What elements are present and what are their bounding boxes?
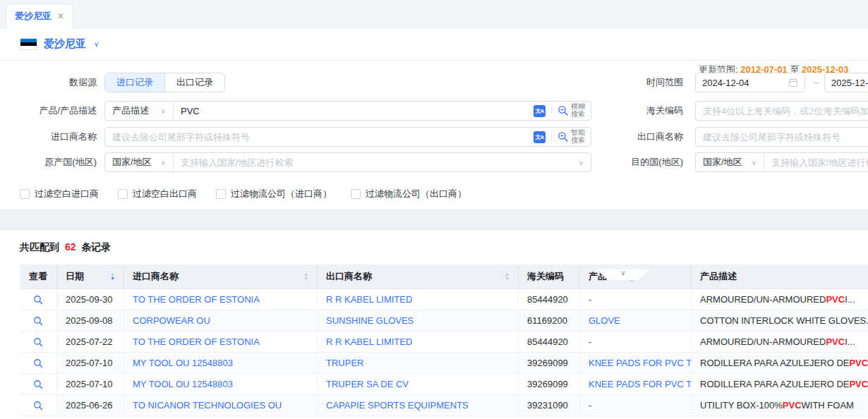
chevron-down-icon: ∨ — [161, 159, 166, 166]
sort-icon[interactable]: ▲▼ — [499, 272, 510, 281]
cell-hs-code: 39269099 — [519, 374, 580, 394]
cell-importer-link[interactable]: TO THE ORDER OF ESTONIA — [133, 336, 260, 347]
origin-input[interactable] — [174, 153, 579, 171]
cell-importer-link[interactable]: CORPOWEAR OU — [133, 315, 210, 326]
product-field: 产品描述∨ 文A 模糊搜索 — [104, 101, 591, 121]
summary-suffix: 条记录 — [81, 241, 111, 253]
cell-description: RODILLERA PARA AZULEJERO DE PVC — [692, 374, 868, 394]
cell-exporter-link[interactable]: TRUPER SA DE CV — [326, 379, 409, 389]
smart-search-icon[interactable] — [557, 131, 569, 142]
view-record-icon[interactable] — [33, 316, 43, 326]
cell-product-link[interactable]: GLOVE — [589, 315, 620, 326]
tab-export-records[interactable]: 出口记录 — [164, 73, 224, 92]
col-header-importer[interactable]: 进口商名称 ▲▼ — [124, 265, 318, 289]
tab-import-records[interactable]: 进口记录 — [105, 73, 164, 92]
cell-date: 2025-06-26 — [57, 395, 124, 415]
tab-estonia[interactable]: 爱沙尼亚 ✕ — [6, 4, 73, 28]
view-button[interactable] — [20, 395, 57, 415]
tab-bar: 爱沙尼亚 ✕ — [0, 0, 868, 28]
cell-description: COTTON INTERLOCK WHITE GLOVES... — [692, 310, 868, 331]
results-count: 62 — [65, 241, 76, 253]
importer-input[interactable] — [105, 128, 534, 146]
view-record-icon[interactable] — [33, 358, 43, 368]
fuzzy-search-label[interactable]: 模糊搜索 — [571, 103, 585, 119]
cell-hs-code: 39231090 — [519, 395, 580, 415]
chevron-down-icon: ∨ — [161, 107, 166, 115]
view-button[interactable] — [20, 374, 57, 394]
chevron-down-icon: ∨ — [752, 159, 757, 166]
view-record-icon[interactable] — [33, 337, 43, 347]
filter-checkbox[interactable]: 过滤物流公司（进口商） — [216, 188, 332, 200]
exporter-input[interactable] — [696, 128, 868, 146]
date-start-input[interactable]: 2024-12-04 — [695, 73, 805, 92]
product-input[interactable] — [174, 102, 534, 120]
view-record-icon[interactable] — [33, 401, 43, 411]
cell-product-empty: - — [589, 400, 591, 411]
cell-importer-link[interactable]: TO THE ORDER OF ESTONIA — [133, 294, 260, 305]
table-header-row: 查看 日期 ▲▼ 进口商名称 ▲▼ 出口商名称 ▲▼ 海关编码 产品 AI i … — [20, 265, 868, 289]
translate-icon[interactable]: 文A — [534, 105, 545, 117]
filter-checkbox[interactable]: 过滤空白出口商 — [118, 188, 197, 200]
destination-type-select[interactable]: 国家/地区∨ — [696, 153, 764, 171]
date-separator: – — [809, 73, 824, 92]
checkbox-icon[interactable] — [216, 189, 226, 199]
checkbox-icon[interactable] — [118, 189, 128, 199]
view-button[interactable] — [20, 353, 57, 373]
checkbox-icon[interactable] — [20, 189, 30, 199]
filter-checkbox[interactable]: 过滤空白进口商 — [20, 188, 99, 200]
cell-exporter-link[interactable]: TRUPER — [326, 358, 363, 368]
date-end-value: 2025-12-03 — [831, 78, 868, 88]
cell-exporter-link[interactable]: R R KABEL LIMITED — [326, 336, 412, 347]
cell-importer-link[interactable]: TO NICANOR TECHNOLOGIES OU — [133, 400, 282, 411]
product-type-select[interactable]: 产品描述∨ — [105, 102, 174, 120]
table-row: 2025-07-10MY TOOL OU 12548803TRUPER SA D… — [20, 374, 868, 395]
col-header-date[interactable]: 日期 ▲▼ — [57, 265, 124, 289]
cell-exporter-link[interactable]: SUNSHINE GLOVES — [326, 315, 414, 326]
cell-exporter-link[interactable]: CAPAPIE SPORTS EQUIPMENTS — [326, 400, 469, 411]
fuzzy-search-icon[interactable] — [557, 105, 569, 116]
origin-type-value: 国家/地区 — [112, 156, 152, 169]
filter-checkbox[interactable]: 过滤物流公司（出口商） — [351, 188, 466, 200]
table-row: 2025-09-30TO THE ORDER OF ESTONIAR R KAB… — [20, 289, 868, 310]
checkbox-label: 过滤物流公司（进口商） — [231, 188, 332, 200]
cell-product-link[interactable]: KNEE PADS FOR PVC T... — [589, 358, 692, 368]
origin-type-select[interactable]: 国家/地区∨ — [105, 153, 174, 171]
chevron-down-icon[interactable]: ∨ — [579, 159, 591, 166]
col-header-view: 查看 — [20, 265, 57, 289]
checkbox-label: 过滤空白出口商 — [133, 188, 197, 200]
filter-panel: 更新范围: 2012-07-01 至 2025-12-03 数据源 进口记录 出… — [0, 61, 868, 209]
cell-hs-code: 85444920 — [519, 332, 580, 352]
destination-input[interactable] — [764, 153, 868, 171]
chevron-down-icon[interactable]: ∨ — [94, 40, 99, 48]
cell-importer-link[interactable]: MY TOOL OU 12548803 — [133, 379, 233, 389]
table-row: 2025-07-10MY TOOL OU 12548803TRUPER39269… — [20, 353, 868, 374]
view-button[interactable] — [20, 310, 57, 331]
checkbox-icon[interactable] — [351, 189, 361, 199]
destination-field: 国家/地区∨ — [695, 152, 868, 172]
cell-product-link[interactable]: KNEE PADS FOR PVC T... — [589, 379, 692, 389]
view-record-icon[interactable] — [33, 379, 43, 389]
close-icon[interactable]: ✕ — [57, 12, 64, 20]
cell-importer-link[interactable]: MY TOOL OU 12548803 — [133, 358, 233, 368]
cell-description: RODILLERA PARA AZULEJERO DE PVC — [692, 353, 868, 373]
cell-product-empty: - — [589, 336, 591, 347]
records-table: 查看 日期 ▲▼ 进口商名称 ▲▼ 出口商名称 ▲▼ 海关编码 产品 AI i … — [20, 265, 868, 416]
sort-icon[interactable]: ▲▼ — [298, 272, 308, 281]
smart-search-label[interactable]: 智能搜索 — [571, 129, 585, 145]
table-row: 2025-07-22TO THE ORDER OF ESTONIAR R KAB… — [20, 332, 868, 353]
translate-icon[interactable]: 文A — [534, 131, 545, 143]
view-button[interactable] — [20, 289, 57, 310]
data-source-toggle: 进口记录 出口记录 — [104, 73, 225, 92]
view-button[interactable] — [20, 332, 57, 352]
country-title[interactable]: 爱沙尼亚 — [44, 37, 86, 51]
col-header-exporter[interactable]: 出口商名称 ▲▼ — [318, 265, 519, 289]
sort-icon[interactable]: ▲▼ — [104, 272, 115, 281]
date-end-input[interactable]: 2025-12-03 — [824, 73, 868, 92]
view-record-icon[interactable] — [33, 295, 43, 305]
divider — [551, 132, 552, 142]
results-summary: 共匹配到 62 条记录 — [20, 241, 868, 254]
product-type-value: 产品描述 — [112, 104, 149, 117]
results-panel: 共匹配到 62 条记录 查看 日期 ▲▼ 进口商名称 ▲▼ 出口商名称 ▲▼ 海… — [0, 230, 868, 419]
cell-exporter-link[interactable]: R R KABEL LIMITED — [326, 294, 412, 305]
hs-code-input[interactable] — [696, 102, 868, 120]
